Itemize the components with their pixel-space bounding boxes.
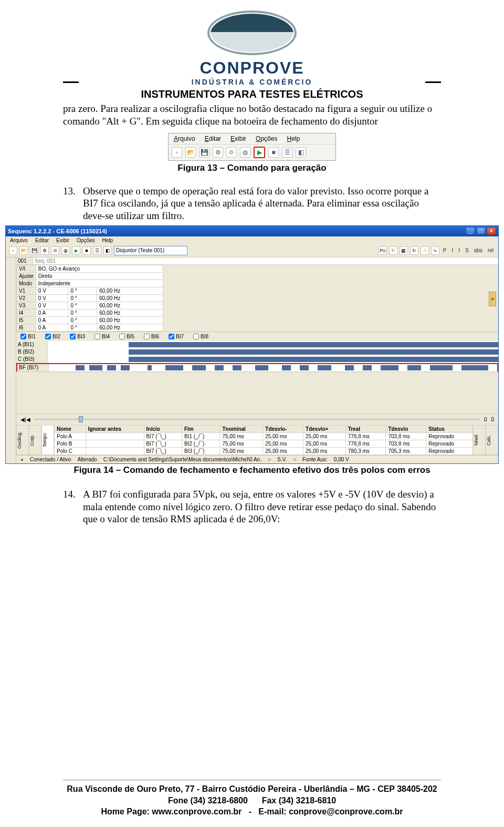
tb-warn-icon[interactable]: ⚠ [421, 246, 429, 255]
step-13: 13. Observe que o tempo de operação real… [63, 185, 441, 222]
status-aux-val: 0,00 V [334, 457, 349, 462]
badge-i2[interactable]: I [457, 247, 461, 253]
globe-icon[interactable]: ◍ [240, 147, 250, 158]
slider-thumb-icon[interactable] [79, 416, 83, 422]
page-header: CONPROVE INDÚSTRIA & COMÉRCIO [0, 0, 504, 87]
seq-header: 001 Seq. 001 [16, 257, 498, 265]
expand-handle-icon[interactable]: » [489, 292, 496, 306]
tb-cfg-icon[interactable]: ⛭ [51, 246, 59, 255]
side-tab-oscilog[interactable]: Oscilog. [16, 425, 29, 455]
minimize-button[interactable]: _ [466, 227, 475, 235]
tb-stop-icon[interactable]: ■ [82, 246, 91, 255]
menu-arquivo[interactable]: Arquivo [174, 135, 195, 142]
slider-track[interactable] [35, 418, 480, 420]
close-button[interactable]: × [487, 227, 496, 235]
side-tab-tempo[interactable]: Tempo [41, 425, 54, 455]
step-14-num: 14. [63, 488, 83, 525]
badge-rel[interactable]: rel [486, 247, 495, 253]
bi4-check[interactable]: BI4 [94, 334, 110, 339]
table-row: I50 A0 °60,00 Hz [17, 316, 163, 324]
bi1-check[interactable]: BI1 [20, 334, 36, 339]
save-icon[interactable]: 💾 [199, 147, 209, 158]
footer-email: E-mail: conprove@conprove.com.br [258, 807, 403, 816]
side-tab-calc[interactable]: Calc. [486, 425, 498, 455]
app-title: Sequenc 1.2.2.2 - CE-6006 (1150214) [8, 228, 107, 234]
new-icon[interactable]: ▫ [172, 147, 182, 158]
results-table: Nome Ignorar antes Início Fim Tnominal T… [54, 425, 473, 455]
figure-13-toolbar: Arquivo Editar Exibir Opções Help ▫ 📂 💾 … [168, 133, 336, 161]
footer-phone: Fone (34) 3218-6800 [168, 796, 248, 805]
slider-btn-back[interactable]: ◀|◀ [20, 417, 30, 422]
status-sv: S.V. [277, 457, 287, 462]
bi2-check[interactable]: BI2 [45, 334, 60, 339]
app-menu-help[interactable]: Help [102, 237, 113, 243]
logo: CONPROVE INDÚSTRIA & COMÉRCIO [192, 11, 313, 86]
menu-editar[interactable]: Editar [205, 135, 221, 142]
play-icon[interactable]: ▶ [254, 147, 265, 158]
chart-icon[interactable]: ◧ [296, 147, 306, 158]
app-menu-editar[interactable]: Editar [35, 237, 49, 243]
row-ajuste: Ajuste [17, 272, 36, 280]
brand-tagline: INDÚSTRIA & COMÉRCIO [192, 78, 313, 86]
tb-loop-icon[interactable]: ↻ [410, 246, 418, 255]
tb-report-icon[interactable]: ☰ [93, 246, 101, 255]
settings-icon[interactable]: ⛭ [226, 147, 237, 158]
menu-exibir[interactable]: Exibir [230, 135, 246, 142]
badge-abs[interactable]: abs [472, 247, 484, 253]
status-bar: ● Conectado / Ativo Alterado C:\Document… [16, 455, 498, 463]
status-aux-lbl: Fonte Aux: [302, 457, 328, 462]
bi5-check[interactable]: BI5 [119, 334, 134, 339]
tb-globe-icon[interactable]: ◍ [61, 246, 70, 255]
bi3-check[interactable]: BI3 [70, 334, 85, 339]
tb-flag-icon[interactable]: ⚐ [389, 246, 397, 255]
badge-s[interactable]: S [464, 247, 470, 253]
app-menu-arquivo[interactable]: Arquivo [10, 237, 28, 243]
menu-help[interactable]: Help [287, 135, 300, 142]
badge-p[interactable]: P [442, 247, 448, 253]
row-vi: V/I [17, 265, 36, 272]
step-14: 14. A BI7 foi configurada para 5Vpk, ou … [63, 488, 441, 525]
side-tab-nivel[interactable]: Nível [473, 425, 486, 455]
tb-po-icon[interactable]: Po [379, 246, 387, 255]
tb-save-icon[interactable]: 💾 [30, 246, 38, 255]
menu-opcoes[interactable]: Opções [256, 135, 277, 142]
status-path: C:\Documents and Settings\Suporte\Meus d… [103, 457, 261, 462]
table-row: V30 V0 °60,00 Hz [17, 302, 163, 309]
wave-row-a: A (BI1) [16, 341, 498, 348]
logo-icon [207, 11, 297, 55]
app-menu-opcoes[interactable]: Opções [77, 237, 94, 243]
side-tab-corp[interactable]: Corp. [29, 425, 41, 455]
tb-sq-icon[interactable]: ▦ [400, 246, 408, 255]
report-icon[interactable]: ☰ [282, 147, 292, 158]
slider-val-b: 0 [491, 417, 494, 422]
seq-name: Seq. 001 [33, 257, 498, 264]
maximize-button[interactable]: □ [476, 227, 486, 235]
paragraph-intro: pra zero. Para realizar a oscilografia c… [63, 102, 441, 128]
slider-val-a: 0 [484, 417, 487, 422]
bi8-check[interactable]: BI8 [193, 334, 208, 339]
tb-play-icon[interactable]: ▶ [72, 246, 80, 255]
bi6-check[interactable]: BI6 [144, 334, 159, 339]
open-icon[interactable]: 📂 [185, 147, 196, 158]
tb-open-icon[interactable]: 📂 [19, 246, 28, 255]
badge-i1[interactable]: I [450, 247, 455, 253]
slider-strip: ◀|◀ 0 0 [16, 414, 498, 425]
status-conn: Conectado / Ativo [30, 457, 71, 462]
hardware-icon[interactable]: ⚙ [213, 147, 223, 158]
blank-area [16, 371, 498, 414]
tb-hw-icon[interactable]: ⚙ [40, 246, 49, 255]
seq-id: 001 [16, 257, 33, 264]
step-13-text: Observe que o tempo de operação real est… [83, 185, 441, 222]
fig13-menu: Arquivo Editar Exibir Opções Help [169, 133, 335, 144]
app-menu-exibir[interactable]: Exibir [56, 237, 69, 243]
tb-new-icon[interactable]: ▫ [9, 246, 17, 255]
table-row: I60 A0 °60,00 Hz [17, 324, 163, 331]
toolbar-combo[interactable] [114, 246, 187, 255]
brand-name: CONPROVE [192, 58, 313, 78]
tb-wave-icon[interactable]: ∿ [431, 246, 439, 255]
results-panel: Oscilog. Corp. Tempo Nome Ignorar antes … [16, 425, 498, 455]
tb-chart-icon[interactable]: ◧ [103, 246, 112, 255]
stop-icon[interactable]: ■ [268, 147, 279, 158]
bi7-check[interactable]: BI7 [169, 334, 184, 339]
table-row: Polo C BI7 (¯\_)BI3 (_/¯) 75,00 ms25,00 … [55, 447, 473, 454]
